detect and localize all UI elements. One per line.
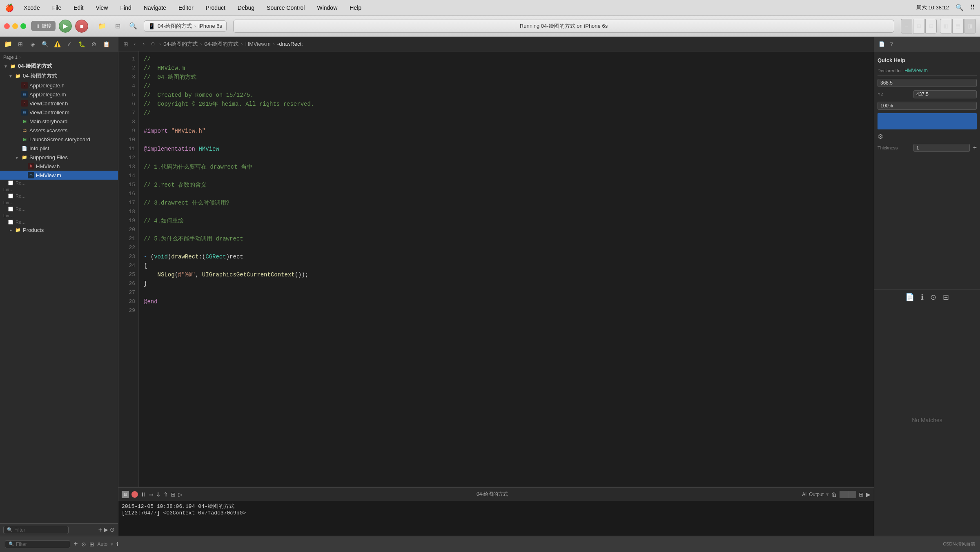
nav-folder-icon[interactable]: 📁: [95, 19, 109, 33]
menu-source-control[interactable]: Source Control: [264, 4, 307, 12]
inspector-value-y2[interactable]: 437.5: [913, 90, 977, 98]
nav-add-btn[interactable]: +: [98, 526, 102, 534]
hide-debug-btn[interactable]: ⬒: [952, 19, 964, 33]
status-reload-btn[interactable]: ⊙: [81, 541, 86, 548]
inspector-file-icon[interactable]: 📄: [878, 40, 886, 48]
stop-button[interactable]: ■: [75, 20, 88, 33]
tree-file-viewcontroller-h[interactable]: ▸ h ViewController.h: [0, 99, 118, 108]
inspector-bottom-square-icon[interactable]: ⊟: [943, 293, 949, 302]
status-auto-info[interactable]: ℹ: [116, 541, 118, 548]
menu-product[interactable]: Product: [203, 4, 228, 12]
breadcrumb-forward-btn[interactable]: ›: [140, 40, 148, 48]
inspector-plus-btn[interactable]: +: [973, 144, 977, 151]
linker-check-4[interactable]: [8, 220, 13, 225]
debug-trash-icon[interactable]: 🗑: [831, 491, 837, 498]
breadcrumb-group[interactable]: 04-绘图的方式: [204, 40, 238, 48]
breadcrumb-project[interactable]: 04-绘图的方式: [163, 40, 198, 48]
debug-stop-icon[interactable]: [131, 491, 138, 498]
tree-file-hmview-m[interactable]: ▸ m HMView.m: [0, 171, 118, 180]
nav-info-btn[interactable]: ⊙: [110, 526, 115, 534]
tree-file-viewcontroller-m[interactable]: ▸ m ViewController.m: [0, 108, 118, 117]
window-maximize-btn[interactable]: [20, 23, 26, 29]
tree-file-appdelegate-m[interactable]: ▸ m AppDelegate.m: [0, 90, 118, 99]
debug-pause-icon[interactable]: ⏸: [140, 491, 146, 498]
tree-file-hmview-h[interactable]: ▸ h HMView.h: [0, 162, 118, 171]
scheme-selector[interactable]: 📱 04-绘图的方式 › iPhone 6s: [144, 20, 227, 32]
linker-check-3[interactable]: [8, 207, 13, 211]
menubar-search-icon[interactable]: 🔍: [956, 4, 964, 11]
version-editor-btn[interactable]: ⊟: [925, 19, 937, 33]
status-add-btn[interactable]: +: [74, 540, 78, 548]
inspector-bottom-info-icon[interactable]: ℹ: [921, 293, 924, 302]
tree-file-main-storyboard[interactable]: ▸ ⊟ Main.storyboard: [0, 117, 118, 126]
breadcrumb-back-btn[interactable]: ‹: [131, 40, 139, 48]
inspector-value-thickness[interactable]: 1: [913, 144, 970, 152]
pause-button[interactable]: ⏸ 暂停: [31, 21, 56, 31]
window-close-btn[interactable]: [4, 23, 10, 29]
nav-test-btn[interactable]: ✓: [65, 39, 74, 49]
menu-view[interactable]: View: [93, 4, 110, 12]
code-editor[interactable]: 1 2 3 4 5 6 7 8 9 10 11 12 13 14 15 16 1: [118, 51, 874, 487]
nav-breakpoints-btn[interactable]: ⊘: [89, 39, 99, 49]
nav-source-btn[interactable]: ⊞: [16, 39, 25, 49]
assistant-editor-btn[interactable]: ⊞: [913, 19, 924, 33]
nav-hierarchy-icon[interactable]: ⊞: [110, 19, 125, 33]
tree-file-assets[interactable]: ▸ 🗂 Assets.xcassets: [0, 126, 118, 135]
nav-play-btn[interactable]: ▶: [104, 526, 108, 534]
hide-inspector-btn[interactable]: ◨: [964, 19, 976, 33]
debug-filter-output[interactable]: All Output: [802, 492, 824, 497]
debug-grid-icon[interactable]: ⊞: [859, 491, 864, 498]
inspector-bottom-file-icon[interactable]: 📄: [905, 293, 914, 302]
window-minimize-btn[interactable]: [12, 23, 18, 29]
tree-file-appdelegate-h[interactable]: ▸ h AppDelegate.h: [0, 81, 118, 90]
inspector-bottom-circle-icon[interactable]: ⊙: [930, 293, 936, 302]
tree-subproject[interactable]: ▼ 📁 04-绘图的方式: [0, 71, 118, 81]
tree-file-launchscreen[interactable]: ▸ ⊟ LaunchScreen.storyboard: [0, 135, 118, 144]
menu-xcode[interactable]: Xcode: [21, 4, 42, 12]
hide-navigator-btn[interactable]: ◧: [940, 19, 951, 33]
debug-layout-btn-2[interactable]: [848, 491, 856, 498]
tree-folder-products[interactable]: ▸ 📁 Products: [0, 225, 118, 234]
menu-edit[interactable]: Edit: [71, 4, 86, 12]
breadcrumb-file[interactable]: HMView.m: [245, 41, 271, 47]
nav-report-btn[interactable]: 📋: [101, 39, 111, 49]
apple-menu[interactable]: 🍎: [5, 3, 14, 12]
linker-check-2[interactable]: [8, 194, 13, 198]
debug-step-into[interactable]: ⇓: [156, 491, 161, 498]
nav-search-icon[interactable]: 🔍: [126, 19, 140, 33]
menu-find[interactable]: Find: [118, 4, 134, 12]
debug-layout-btn-1[interactable]: [840, 491, 848, 498]
debug-step-over[interactable]: ⇒: [149, 491, 154, 498]
menu-editor[interactable]: Editor: [176, 4, 196, 12]
nav-issues-btn[interactable]: ⚠️: [52, 39, 62, 49]
nav-debug-btn[interactable]: 🐛: [77, 39, 87, 49]
debug-memory-icon[interactable]: ▷: [178, 491, 183, 498]
tree-folder-supporting[interactable]: ▸ 📁 Supporting Files: [0, 153, 118, 162]
debug-view-hierarchy[interactable]: ⊞: [171, 491, 176, 498]
debug-forward-icon[interactable]: ▶: [866, 491, 871, 498]
inspector-value-1[interactable]: 368.5: [878, 79, 977, 87]
tree-root-project[interactable]: ▼ 📁 04-绘图的方式: [0, 61, 118, 71]
menu-navigate[interactable]: Navigate: [141, 4, 169, 12]
inspector-gear-icon[interactable]: ⚙: [878, 133, 883, 140]
status-search-field[interactable]: 🔍 Filter: [5, 540, 70, 548]
debug-step-out[interactable]: ⇑: [163, 491, 168, 498]
inspector-value-zoom[interactable]: 100%: [878, 102, 977, 110]
nav-symbol-btn[interactable]: ◈: [28, 39, 38, 49]
standard-editor-btn[interactable]: ≡: [901, 19, 912, 33]
nav-files-btn[interactable]: 📁: [3, 39, 13, 49]
inspector-quick-help-icon[interactable]: ?: [887, 40, 895, 48]
breadcrumb-method[interactable]: -drawRect:: [277, 41, 303, 47]
status-layout-btn[interactable]: ⊞: [89, 541, 94, 548]
menu-window[interactable]: Window: [314, 4, 340, 12]
filter-field[interactable]: 🔍 Filter: [3, 526, 69, 534]
linker-check-1[interactable]: [8, 180, 13, 185]
menu-file[interactable]: File: [50, 4, 64, 12]
menu-help[interactable]: Help: [347, 4, 364, 12]
nav-find-btn[interactable]: 🔍: [40, 39, 50, 49]
breadcrumb-related-btn[interactable]: ⊕: [149, 40, 157, 48]
menu-debug[interactable]: Debug: [235, 4, 257, 12]
code-content[interactable]: // // HMView.m // 04-绘图的方式 // // Created…: [139, 51, 874, 487]
tree-file-infoplist[interactable]: ▸ 📄 Info.plist: [0, 144, 118, 153]
run-button[interactable]: ▶: [59, 20, 72, 33]
